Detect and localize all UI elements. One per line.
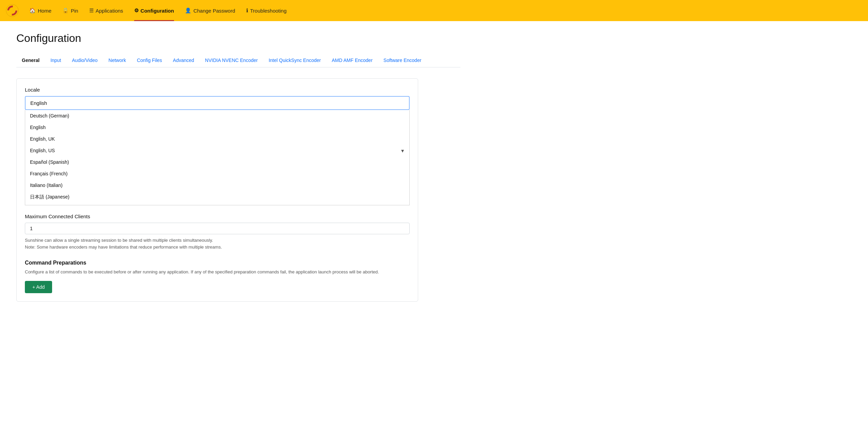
- top-navigation: 🏠 Home 🔒 Pin ☰ Applications ⚙ Configurat…: [0, 0, 868, 21]
- nav-pin[interactable]: 🔒 Pin: [58, 0, 83, 21]
- pin-icon: 🔒: [62, 7, 69, 14]
- nav-change-password[interactable]: 👤 Change Password: [180, 0, 240, 21]
- configuration-tabs: General Input Audio/Video Network Config…: [16, 54, 460, 67]
- main-content: Configuration General Input Audio/Video …: [0, 21, 477, 313]
- tab-network[interactable]: Network: [103, 54, 131, 67]
- home-icon: 🏠: [29, 7, 36, 14]
- tab-nvidia-nvenc[interactable]: NVIDIA NVENC Encoder: [200, 54, 263, 67]
- locale-label: Locale: [25, 87, 410, 93]
- locale-option-ja[interactable]: 日本語 (Japanese): [25, 191, 409, 203]
- locale-option-es[interactable]: Español (Spanish): [25, 156, 409, 168]
- locale-select[interactable]: English ▼: [25, 96, 410, 110]
- tab-general[interactable]: General: [16, 54, 45, 67]
- applications-icon: ☰: [89, 7, 94, 14]
- tab-audio-video[interactable]: Audio/Video: [66, 54, 103, 67]
- nav-applications[interactable]: ☰ Applications: [84, 0, 128, 21]
- nav-configuration[interactable]: ⚙ Configuration: [129, 0, 179, 21]
- tab-amd-amf[interactable]: AMD AMF Encoder: [326, 54, 378, 67]
- nav-home[interactable]: 🏠 Home: [25, 0, 56, 21]
- troubleshooting-icon: ℹ: [246, 7, 248, 14]
- general-section-card: Locale English ▼ Deutsch (German) Englis…: [16, 78, 418, 302]
- page-title: Configuration: [16, 32, 460, 45]
- tab-intel-quicksync[interactable]: Intel QuickSync Encoder: [263, 54, 326, 67]
- tab-input[interactable]: Input: [45, 54, 66, 67]
- locale-option-fr[interactable]: Français (French): [25, 168, 409, 179]
- change-password-icon: 👤: [185, 7, 191, 14]
- locale-selected-value: English: [30, 100, 47, 106]
- locale-option-en-us[interactable]: English, US: [25, 145, 409, 156]
- locale-option-it[interactable]: Italiano (Italian): [25, 179, 409, 191]
- locale-select-wrapper: English ▼ Deutsch (German) English Engli…: [25, 96, 410, 205]
- max-clients-input[interactable]: [25, 223, 410, 234]
- max-clients-help: Sunshine can allow a single streaming se…: [25, 237, 410, 250]
- locale-dropdown-list[interactable]: Deutsch (German) English English, UK Eng…: [25, 110, 410, 205]
- command-preparations-description: Configure a list of commands to be execu…: [25, 269, 410, 275]
- add-command-button[interactable]: + Add: [25, 281, 52, 293]
- tab-software-encoder[interactable]: Software Encoder: [378, 54, 427, 67]
- tab-advanced[interactable]: Advanced: [168, 54, 200, 67]
- locale-option-pt[interactable]: Português (Portuguese): [25, 203, 409, 205]
- locale-option-en[interactable]: English: [25, 122, 409, 133]
- svg-point-2: [11, 9, 14, 12]
- command-preparations-section: Command Preparations Configure a list of…: [25, 260, 410, 293]
- max-clients-label: Maximum Connected Clients: [25, 213, 410, 219]
- locale-option-en-uk[interactable]: English, UK: [25, 133, 409, 145]
- max-clients-field: Maximum Connected Clients Sunshine can a…: [25, 213, 410, 250]
- locale-field: Locale English ▼ Deutsch (German) Englis…: [25, 87, 410, 205]
- nav-troubleshooting[interactable]: ℹ Troubleshooting: [241, 0, 291, 21]
- command-preparations-title: Command Preparations: [25, 260, 410, 266]
- locale-option-de[interactable]: Deutsch (German): [25, 110, 409, 122]
- app-logo: [5, 4, 19, 17]
- configuration-icon: ⚙: [134, 7, 139, 14]
- tab-config-files[interactable]: Config Files: [131, 54, 168, 67]
